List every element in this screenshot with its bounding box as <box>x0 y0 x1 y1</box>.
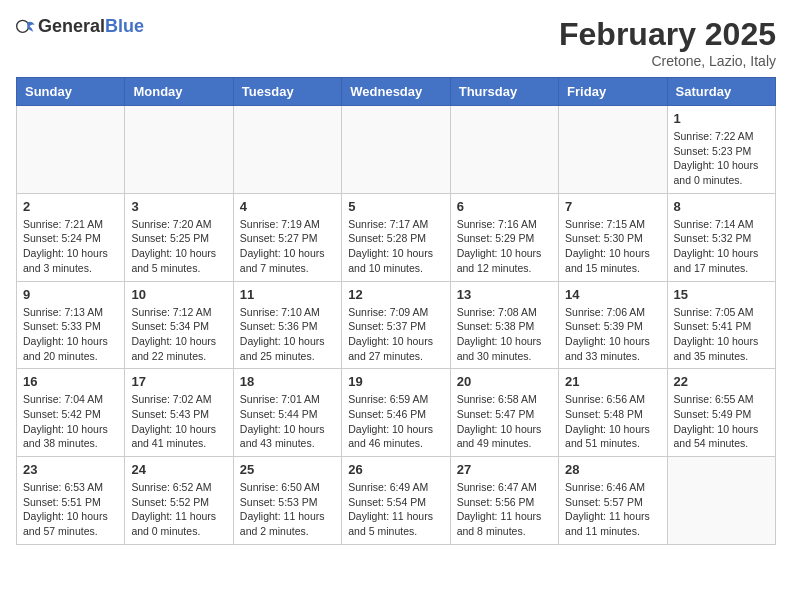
day-number: 12 <box>348 287 443 302</box>
day-info: Sunrise: 6:56 AM Sunset: 5:48 PM Dayligh… <box>565 392 660 451</box>
day-number: 8 <box>674 199 769 214</box>
day-info: Sunrise: 7:12 AM Sunset: 5:34 PM Dayligh… <box>131 305 226 364</box>
calendar-cell <box>342 106 450 194</box>
calendar-cell: 5Sunrise: 7:17 AM Sunset: 5:28 PM Daylig… <box>342 193 450 281</box>
day-number: 5 <box>348 199 443 214</box>
calendar-cell: 2Sunrise: 7:21 AM Sunset: 5:24 PM Daylig… <box>17 193 125 281</box>
calendar-cell: 25Sunrise: 6:50 AM Sunset: 5:53 PM Dayli… <box>233 457 341 545</box>
calendar-cell: 11Sunrise: 7:10 AM Sunset: 5:36 PM Dayli… <box>233 281 341 369</box>
day-info: Sunrise: 6:52 AM Sunset: 5:52 PM Dayligh… <box>131 480 226 539</box>
day-number: 9 <box>23 287 118 302</box>
day-info: Sunrise: 7:22 AM Sunset: 5:23 PM Dayligh… <box>674 129 769 188</box>
calendar-cell: 24Sunrise: 6:52 AM Sunset: 5:52 PM Dayli… <box>125 457 233 545</box>
day-info: Sunrise: 7:20 AM Sunset: 5:25 PM Dayligh… <box>131 217 226 276</box>
calendar-cell: 12Sunrise: 7:09 AM Sunset: 5:37 PM Dayli… <box>342 281 450 369</box>
day-number: 17 <box>131 374 226 389</box>
calendar-cell: 8Sunrise: 7:14 AM Sunset: 5:32 PM Daylig… <box>667 193 775 281</box>
calendar-cell: 1Sunrise: 7:22 AM Sunset: 5:23 PM Daylig… <box>667 106 775 194</box>
week-row-3: 16Sunrise: 7:04 AM Sunset: 5:42 PM Dayli… <box>17 369 776 457</box>
calendar-cell: 18Sunrise: 7:01 AM Sunset: 5:44 PM Dayli… <box>233 369 341 457</box>
month-title: February 2025 <box>559 16 776 53</box>
weekday-header-wednesday: Wednesday <box>342 78 450 106</box>
day-number: 2 <box>23 199 118 214</box>
calendar-cell: 7Sunrise: 7:15 AM Sunset: 5:30 PM Daylig… <box>559 193 667 281</box>
logo-general: General <box>38 16 105 36</box>
day-info: Sunrise: 7:04 AM Sunset: 5:42 PM Dayligh… <box>23 392 118 451</box>
day-info: Sunrise: 7:14 AM Sunset: 5:32 PM Dayligh… <box>674 217 769 276</box>
day-number: 25 <box>240 462 335 477</box>
day-info: Sunrise: 7:17 AM Sunset: 5:28 PM Dayligh… <box>348 217 443 276</box>
weekday-header-friday: Friday <box>559 78 667 106</box>
calendar-cell: 17Sunrise: 7:02 AM Sunset: 5:43 PM Dayli… <box>125 369 233 457</box>
svg-point-0 <box>17 20 29 32</box>
day-number: 24 <box>131 462 226 477</box>
day-number: 6 <box>457 199 552 214</box>
calendar-cell: 10Sunrise: 7:12 AM Sunset: 5:34 PM Dayli… <box>125 281 233 369</box>
week-row-0: 1Sunrise: 7:22 AM Sunset: 5:23 PM Daylig… <box>17 106 776 194</box>
day-info: Sunrise: 7:10 AM Sunset: 5:36 PM Dayligh… <box>240 305 335 364</box>
calendar-cell: 6Sunrise: 7:16 AM Sunset: 5:29 PM Daylig… <box>450 193 558 281</box>
day-info: Sunrise: 7:01 AM Sunset: 5:44 PM Dayligh… <box>240 392 335 451</box>
day-info: Sunrise: 7:02 AM Sunset: 5:43 PM Dayligh… <box>131 392 226 451</box>
calendar-cell: 9Sunrise: 7:13 AM Sunset: 5:33 PM Daylig… <box>17 281 125 369</box>
day-info: Sunrise: 7:15 AM Sunset: 5:30 PM Dayligh… <box>565 217 660 276</box>
day-number: 15 <box>674 287 769 302</box>
day-number: 11 <box>240 287 335 302</box>
day-info: Sunrise: 7:06 AM Sunset: 5:39 PM Dayligh… <box>565 305 660 364</box>
location: Cretone, Lazio, Italy <box>559 53 776 69</box>
calendar-cell: 14Sunrise: 7:06 AM Sunset: 5:39 PM Dayli… <box>559 281 667 369</box>
day-info: Sunrise: 6:47 AM Sunset: 5:56 PM Dayligh… <box>457 480 552 539</box>
calendar-cell: 21Sunrise: 6:56 AM Sunset: 5:48 PM Dayli… <box>559 369 667 457</box>
day-number: 1 <box>674 111 769 126</box>
day-info: Sunrise: 7:21 AM Sunset: 5:24 PM Dayligh… <box>23 217 118 276</box>
calendar-cell: 27Sunrise: 6:47 AM Sunset: 5:56 PM Dayli… <box>450 457 558 545</box>
day-number: 13 <box>457 287 552 302</box>
week-row-2: 9Sunrise: 7:13 AM Sunset: 5:33 PM Daylig… <box>17 281 776 369</box>
calendar-cell <box>667 457 775 545</box>
logo: GeneralBlue <box>16 16 144 37</box>
calendar-cell <box>125 106 233 194</box>
day-info: Sunrise: 6:46 AM Sunset: 5:57 PM Dayligh… <box>565 480 660 539</box>
calendar-cell: 19Sunrise: 6:59 AM Sunset: 5:46 PM Dayli… <box>342 369 450 457</box>
day-number: 18 <box>240 374 335 389</box>
calendar-cell: 16Sunrise: 7:04 AM Sunset: 5:42 PM Dayli… <box>17 369 125 457</box>
calendar-cell <box>450 106 558 194</box>
day-info: Sunrise: 6:50 AM Sunset: 5:53 PM Dayligh… <box>240 480 335 539</box>
weekday-header-thursday: Thursday <box>450 78 558 106</box>
day-number: 4 <box>240 199 335 214</box>
day-number: 20 <box>457 374 552 389</box>
calendar-cell: 3Sunrise: 7:20 AM Sunset: 5:25 PM Daylig… <box>125 193 233 281</box>
day-info: Sunrise: 7:05 AM Sunset: 5:41 PM Dayligh… <box>674 305 769 364</box>
day-number: 21 <box>565 374 660 389</box>
day-info: Sunrise: 6:49 AM Sunset: 5:54 PM Dayligh… <box>348 480 443 539</box>
day-number: 16 <box>23 374 118 389</box>
day-info: Sunrise: 7:16 AM Sunset: 5:29 PM Dayligh… <box>457 217 552 276</box>
calendar-cell <box>559 106 667 194</box>
day-number: 19 <box>348 374 443 389</box>
day-number: 3 <box>131 199 226 214</box>
day-number: 10 <box>131 287 226 302</box>
page-header: GeneralBlue February 2025 Cretone, Lazio… <box>16 16 776 69</box>
day-info: Sunrise: 6:59 AM Sunset: 5:46 PM Dayligh… <box>348 392 443 451</box>
calendar-cell <box>17 106 125 194</box>
calendar-cell <box>233 106 341 194</box>
day-info: Sunrise: 7:19 AM Sunset: 5:27 PM Dayligh… <box>240 217 335 276</box>
logo-blue: Blue <box>105 16 144 36</box>
day-info: Sunrise: 6:58 AM Sunset: 5:47 PM Dayligh… <box>457 392 552 451</box>
weekday-header-row: SundayMondayTuesdayWednesdayThursdayFrid… <box>17 78 776 106</box>
calendar-cell: 26Sunrise: 6:49 AM Sunset: 5:54 PM Dayli… <box>342 457 450 545</box>
day-info: Sunrise: 6:55 AM Sunset: 5:49 PM Dayligh… <box>674 392 769 451</box>
day-number: 14 <box>565 287 660 302</box>
calendar-cell: 22Sunrise: 6:55 AM Sunset: 5:49 PM Dayli… <box>667 369 775 457</box>
weekday-header-tuesday: Tuesday <box>233 78 341 106</box>
calendar-cell: 23Sunrise: 6:53 AM Sunset: 5:51 PM Dayli… <box>17 457 125 545</box>
weekday-header-saturday: Saturday <box>667 78 775 106</box>
day-number: 23 <box>23 462 118 477</box>
logo-icon <box>16 17 36 37</box>
calendar-cell: 28Sunrise: 6:46 AM Sunset: 5:57 PM Dayli… <box>559 457 667 545</box>
day-number: 22 <box>674 374 769 389</box>
calendar-cell: 20Sunrise: 6:58 AM Sunset: 5:47 PM Dayli… <box>450 369 558 457</box>
title-area: February 2025 Cretone, Lazio, Italy <box>559 16 776 69</box>
calendar-cell: 4Sunrise: 7:19 AM Sunset: 5:27 PM Daylig… <box>233 193 341 281</box>
calendar-table: SundayMondayTuesdayWednesdayThursdayFrid… <box>16 77 776 545</box>
